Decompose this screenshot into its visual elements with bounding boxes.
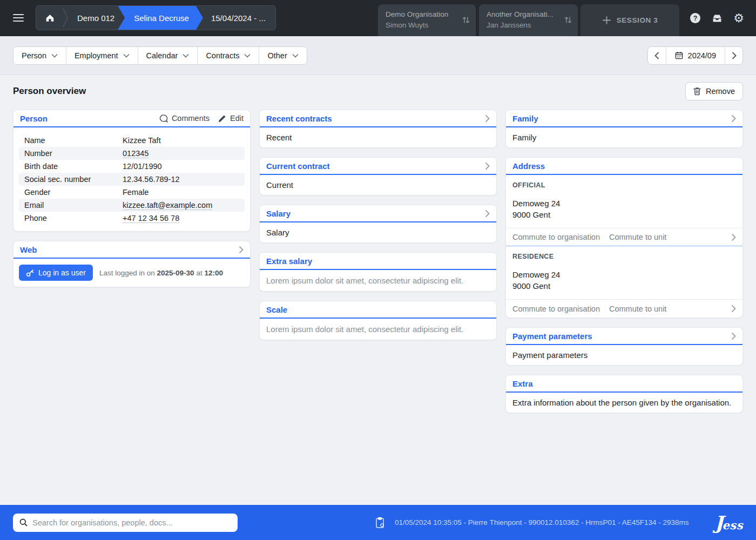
recent-contracts-title[interactable]: Recent contracts xyxy=(266,114,332,123)
breadcrumb-item-demo[interactable]: Demo 012 xyxy=(69,6,125,30)
calendar-icon xyxy=(675,51,683,59)
commute-to-unit-link[interactable]: Commute to unit xyxy=(609,305,666,313)
address-street: Demoweg 24 xyxy=(512,198,736,209)
commute-to-unit-link[interactable]: Commute to unit xyxy=(609,233,666,241)
clipboard-icon[interactable] xyxy=(375,517,385,529)
current-contract-card: Current contract Current xyxy=(259,157,497,195)
org-card-another-organisation[interactable]: Another Organisati... Jan Janssens xyxy=(479,4,578,36)
scale-card: Scale Lorem ipsum dolor sit amet, consec… xyxy=(259,301,497,340)
edit-button[interactable]: Edit xyxy=(218,114,244,123)
extra-salary-title[interactable]: Extra salary xyxy=(266,256,312,266)
top-bar: Demo 012 Selina Decruse 15/04/2024 - ...… xyxy=(0,0,756,36)
menu-icon[interactable] xyxy=(13,12,24,23)
person-card: Person Comments Edit xyxy=(13,110,251,232)
person-field-phone: Phone +47 12 34 56 78 xyxy=(19,212,245,225)
comments-button[interactable]: Comments xyxy=(159,114,210,123)
menu-employment[interactable]: Employment xyxy=(66,47,138,64)
commute-to-organisation-link[interactable]: Commute to organisation xyxy=(512,305,600,313)
previous-period-button[interactable] xyxy=(648,47,666,64)
address-title[interactable]: Address xyxy=(512,161,545,171)
current-contract-body: Current xyxy=(260,175,496,195)
search-icon xyxy=(19,518,28,526)
period-navigator: 2024/09 xyxy=(647,46,743,65)
current-contract-title[interactable]: Current contract xyxy=(266,161,330,171)
chevron-down-icon xyxy=(123,53,130,58)
menu-contracts[interactable]: Contracts xyxy=(197,47,259,64)
menu-calendar[interactable]: Calendar xyxy=(138,47,198,64)
last-login-date: 2025-09-30 xyxy=(157,269,194,277)
payment-parameters-title[interactable]: Payment parameters xyxy=(512,332,592,341)
field-label: Phone xyxy=(24,214,123,222)
breadcrumb-item-date[interactable]: 15/04/2024 - ... xyxy=(196,6,275,30)
field-label: Name xyxy=(24,136,123,145)
remove-label: Remove xyxy=(706,87,735,96)
chevron-right-icon[interactable] xyxy=(239,246,244,254)
salary-title[interactable]: Salary xyxy=(266,209,291,218)
chevron-right-icon[interactable] xyxy=(731,305,736,313)
breadcrumb-label: Selina Decruse xyxy=(134,14,189,23)
extra-salary-body: Lorem ipsum dolor sit amet, consectetur … xyxy=(260,270,496,291)
remove-button[interactable]: Remove xyxy=(685,82,743,100)
next-period-button[interactable] xyxy=(725,47,742,64)
chevron-right-icon[interactable] xyxy=(485,210,490,218)
page-title: Person overview xyxy=(13,86,86,97)
scale-title[interactable]: Scale xyxy=(266,305,287,314)
chevron-right-icon[interactable] xyxy=(731,233,736,241)
chevron-right-icon[interactable] xyxy=(485,162,490,170)
help-icon[interactable]: ? xyxy=(690,12,701,24)
add-session-button[interactable]: SESSION 3 xyxy=(580,4,679,36)
chevron-right-icon xyxy=(732,52,737,59)
login-as-user-button[interactable]: Log in as user xyxy=(19,265,93,281)
gear-icon[interactable]: ⚙ xyxy=(733,12,744,24)
menu-other[interactable]: Other xyxy=(259,47,306,64)
field-value-link[interactable]: +47 12 34 56 78 xyxy=(123,214,179,222)
menu-label: Other xyxy=(267,51,287,60)
menu-person[interactable]: Person xyxy=(14,47,66,64)
field-value-link[interactable]: kizzee.taft@example.com xyxy=(123,201,212,210)
org-name: Demo Organisation xyxy=(386,9,457,20)
inbox-icon[interactable] xyxy=(711,14,723,23)
org-name: Another Organisati... xyxy=(487,9,559,20)
address-city: 9000 Gent xyxy=(512,280,736,292)
comments-label: Comments xyxy=(172,114,210,123)
breadcrumb-home[interactable] xyxy=(36,6,63,30)
chevron-right-icon[interactable] xyxy=(485,114,490,123)
extra-body: Extra information about the person given… xyxy=(506,393,742,413)
chevron-right-icon[interactable] xyxy=(731,332,736,340)
speech-bubble-icon xyxy=(159,114,168,123)
swap-session-icon[interactable] xyxy=(462,16,470,24)
web-card-title[interactable]: Web xyxy=(20,245,37,254)
field-value-link[interactable]: 012345 xyxy=(123,149,148,158)
org-person: Simon Wuyts xyxy=(386,20,457,31)
menu-label: Person xyxy=(22,51,46,60)
swap-session-icon[interactable] xyxy=(564,16,572,24)
person-field-email: Email kizzee.taft@example.com xyxy=(19,199,245,212)
breadcrumb-item-person-active[interactable]: Selina Decruse xyxy=(118,6,203,30)
chevron-down-icon xyxy=(51,53,58,58)
person-field-birth-date: Birth date 12/01/1990 xyxy=(19,160,245,173)
svg-text:?: ? xyxy=(693,15,698,22)
org-card-demo-organisation[interactable]: Demo Organisation Simon Wuyts xyxy=(378,4,476,36)
field-label: Social sec. number xyxy=(24,175,123,184)
global-search[interactable] xyxy=(13,514,238,532)
last-login-time: 12:00 xyxy=(204,269,223,277)
breadcrumb-label: 15/04/2024 - ... xyxy=(211,14,266,23)
family-title[interactable]: Family xyxy=(512,114,538,123)
field-value: Kizzee Taft xyxy=(123,136,161,145)
extra-title[interactable]: Extra xyxy=(512,379,533,388)
person-field-name: Name Kizzee Taft xyxy=(19,134,245,147)
field-value: Female xyxy=(123,188,148,197)
jess-logo[interactable]: Jess xyxy=(714,514,743,532)
scale-body: Lorem ipsum dolor sit amet, consectetur … xyxy=(260,319,496,340)
chevron-down-icon xyxy=(183,53,189,58)
commute-to-organisation-link[interactable]: Commute to organisation xyxy=(512,233,600,241)
period-select[interactable]: 2024/09 xyxy=(666,47,725,64)
search-input[interactable] xyxy=(32,518,231,527)
pencil-icon xyxy=(218,114,226,123)
address-type-label: OFFICIAL xyxy=(512,181,736,189)
family-card: Family Family xyxy=(505,110,743,148)
web-card: Web Log in as user Last logged in on xyxy=(13,241,251,287)
chevron-right-icon[interactable] xyxy=(731,114,736,123)
field-label: Email xyxy=(24,201,123,210)
person-card-title[interactable]: Person xyxy=(20,114,48,123)
